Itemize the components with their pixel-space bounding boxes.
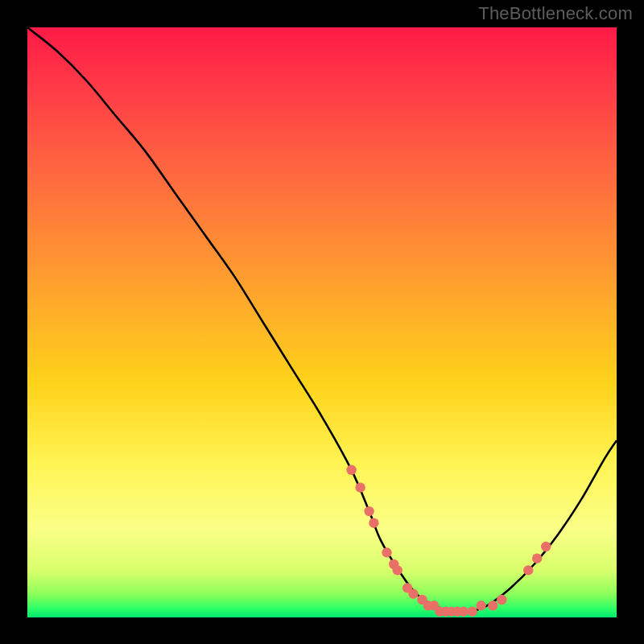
- curve-marker: [488, 601, 497, 610]
- attribution-text: TheBottleneck.com: [478, 3, 633, 24]
- chart-frame: TheBottleneck.com: [0, 0, 644, 644]
- curve-marker: [459, 607, 469, 617]
- curve-marker: [346, 465, 356, 475]
- curve-marker: [364, 506, 374, 516]
- curve-marker: [369, 518, 378, 528]
- curve-svg: [27, 27, 617, 617]
- curve-marker: [468, 607, 477, 617]
- curve-marker: [408, 589, 418, 599]
- bottleneck-curve: [27, 27, 617, 613]
- curve-marker: [497, 595, 506, 605]
- curve-marker: [523, 565, 533, 575]
- curve-marker: [532, 554, 542, 564]
- curve-marker: [382, 547, 391, 557]
- plot-area: [27, 27, 617, 617]
- curve-markers: [346, 465, 551, 617]
- curve-marker: [476, 601, 485, 610]
- curve-marker: [541, 542, 551, 551]
- curve-marker: [393, 565, 402, 575]
- curve-marker: [355, 483, 365, 493]
